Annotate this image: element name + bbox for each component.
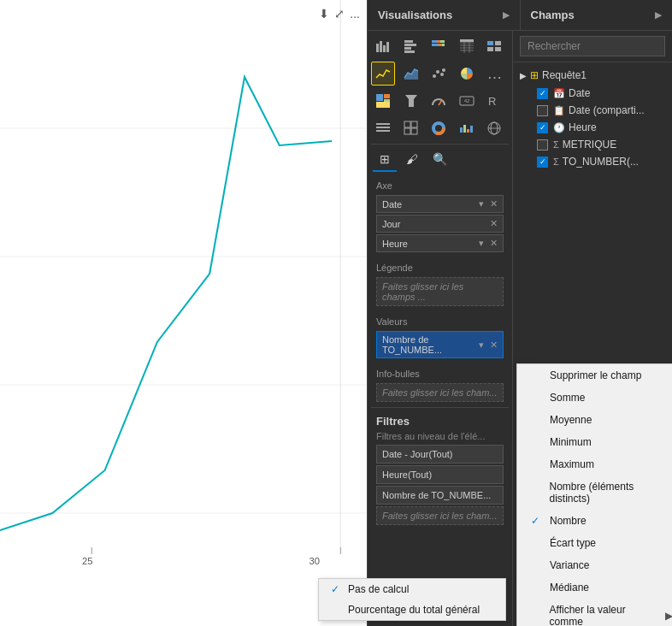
ctx-ecart-type[interactable]: ✓ Écart type bbox=[517, 532, 672, 554]
ctx-mediane[interactable]: ✓ Médiane bbox=[517, 576, 672, 599]
champs-label-heure: Heure bbox=[569, 121, 597, 133]
vis-waterfall[interactable] bbox=[455, 116, 479, 140]
vis-100bar[interactable] bbox=[427, 34, 451, 58]
vis-r-script[interactable]: R bbox=[482, 89, 506, 113]
filtre-date[interactable]: Date - Jour(Tout) bbox=[376, 445, 504, 464]
ctx-maximum[interactable]: ✓ Maximum bbox=[517, 453, 672, 475]
vis-more-2[interactable]: … bbox=[482, 62, 506, 86]
axe-date-field[interactable]: Date ▾ ✕ bbox=[376, 195, 504, 213]
champs-search-area bbox=[513, 31, 672, 62]
metrique-icon: Σ bbox=[553, 139, 559, 150]
afficher-valeur-arrow-icon: ▶ bbox=[665, 610, 672, 622]
more-icon[interactable]: ... bbox=[350, 7, 360, 21]
ctx-nombre[interactable]: ✓ Nombre bbox=[517, 510, 672, 532]
date-comparti-icon: 📋 bbox=[553, 105, 565, 116]
valeurs-chevron-icon: ▾ bbox=[479, 340, 484, 351]
svg-rect-20 bbox=[432, 44, 439, 46]
champs-item-heure[interactable]: 🕐 Heure bbox=[513, 119, 672, 136]
vis-stacked-col[interactable] bbox=[371, 34, 395, 58]
small-dropdown: ✓ Pas de calcul ✓ Pourcentage du total g… bbox=[318, 578, 506, 621]
svg-rect-40 bbox=[384, 94, 390, 98]
champs-checkbox-metrique[interactable] bbox=[537, 139, 548, 151]
vis-more-1[interactable] bbox=[482, 34, 506, 58]
champs-checkbox-date[interactable] bbox=[537, 88, 548, 99]
valeurs-field[interactable]: Nombre de TO_NUMBE... ▾ ✕ bbox=[376, 331, 504, 358]
filtres-title: Filtres bbox=[376, 411, 504, 431]
svg-rect-10 bbox=[380, 41, 382, 52]
champs-group-header[interactable]: ▶ ⊞ Requête1 bbox=[513, 66, 672, 85]
tab-champs[interactable]: Champs ▶ bbox=[521, 0, 673, 30]
vis-stacked-bar2[interactable] bbox=[399, 34, 423, 58]
vis-gauge[interactable] bbox=[427, 89, 451, 113]
axe-label: Axe bbox=[376, 179, 504, 192]
ctx-afficher-valeur[interactable]: ✓ Afficher la valeur comme ▶ bbox=[517, 599, 672, 626]
champs-checkbox-tonumber[interactable] bbox=[537, 156, 548, 168]
champs-checkbox-date-comparti[interactable] bbox=[537, 105, 548, 116]
tab-fields-icon[interactable]: ⊞ bbox=[373, 148, 397, 172]
svg-rect-60 bbox=[470, 126, 473, 133]
vis-table[interactable] bbox=[455, 34, 479, 58]
date-close-icon[interactable]: ✕ bbox=[490, 198, 498, 210]
tab-format-icon[interactable]: 🖌 bbox=[400, 148, 424, 172]
champs-item-date[interactable]: 📅 Date bbox=[513, 85, 672, 102]
vis-area-chart[interactable] bbox=[399, 62, 423, 86]
ctx-moyenne[interactable]: ✓ Moyenne bbox=[517, 409, 672, 431]
vis-icon-grid-2: … bbox=[371, 62, 509, 86]
svg-text:30: 30 bbox=[309, 556, 319, 566]
group-table-icon: ⊞ bbox=[530, 69, 539, 81]
svg-point-37 bbox=[440, 73, 444, 76]
ctx-variance[interactable]: ✓ Variance bbox=[517, 554, 672, 576]
axe-heure-field[interactable]: Heure ▾ ✕ bbox=[376, 234, 504, 252]
svg-rect-50 bbox=[376, 130, 390, 132]
vis-scatter[interactable] bbox=[427, 62, 451, 86]
svg-rect-19 bbox=[440, 40, 445, 43]
vis-treemap[interactable] bbox=[371, 89, 395, 113]
ctx-nombre-distincts[interactable]: ✓ Nombre (éléments distincts) bbox=[517, 475, 672, 510]
vis-card[interactable]: 42 bbox=[455, 89, 479, 113]
dropdown-pas-de-calcul[interactable]: ✓ Pas de calcul bbox=[319, 579, 505, 599]
heure-close-icon[interactable]: ✕ bbox=[490, 238, 498, 249]
legende-placeholder: Faites glisser ici les champs ... bbox=[376, 277, 504, 306]
champs-item-tonumber[interactable]: Σ TO_NUMBER(... bbox=[513, 153, 672, 170]
valeurs-close-icon[interactable]: ✕ bbox=[490, 340, 498, 351]
vis-line-chart[interactable] bbox=[371, 62, 395, 86]
svg-rect-16 bbox=[404, 50, 415, 53]
svg-rect-58 bbox=[463, 125, 466, 133]
dropdown-pourcentage[interactable]: ✓ Pourcentage du total général bbox=[319, 599, 505, 620]
expand-icon[interactable]: ⤢ bbox=[334, 7, 345, 21]
vis-donut[interactable] bbox=[427, 116, 451, 140]
heure-icon: 🕐 bbox=[553, 122, 565, 133]
champs-search-input[interactable] bbox=[520, 36, 665, 56]
svg-rect-15 bbox=[404, 47, 411, 50]
champs-item-metrique[interactable]: Σ METRIQUE bbox=[513, 136, 672, 153]
ctx-somme[interactable]: ✓ Somme bbox=[517, 387, 672, 409]
context-menu: ✓ Supprimer le champ ✓ Somme ✓ Moyenne ✓… bbox=[516, 363, 672, 626]
jour-close-icon[interactable]: ✕ bbox=[490, 218, 498, 229]
ctx-minimum[interactable]: ✓ Minimum bbox=[517, 431, 672, 453]
legende-section: Légende Faites glisser ici les champs ..… bbox=[371, 257, 509, 311]
champs-item-date-comparti[interactable]: 📋 Date (comparti... bbox=[513, 102, 672, 119]
vis-icon-grid-1 bbox=[371, 34, 509, 58]
vis-globe[interactable] bbox=[482, 116, 506, 140]
svg-point-35 bbox=[433, 74, 436, 78]
champs-tree: ▶ ⊞ Requête1 📅 Date � bbox=[513, 62, 672, 174]
champs-checkbox-heure[interactable] bbox=[537, 122, 548, 133]
tab-analytics-icon[interactable]: 🔍 bbox=[427, 148, 451, 172]
ctx-supprimer[interactable]: ✓ Supprimer le champ bbox=[517, 364, 672, 387]
download-icon[interactable]: ⬇ bbox=[319, 7, 329, 21]
champs-label-tonumber: TO_NUMBER(... bbox=[563, 156, 639, 168]
champs-label-date-comparti: Date (comparti... bbox=[569, 104, 645, 116]
vis-slicer[interactable] bbox=[371, 116, 395, 140]
filtre-heure[interactable]: Heure(Tout) bbox=[376, 465, 504, 484]
tab-visualisations[interactable]: Visualisations ▶ bbox=[368, 0, 521, 30]
filtre-nombre[interactable]: Nombre de TO_NUMBE... bbox=[376, 486, 504, 505]
tonumber-icon: Σ bbox=[553, 156, 559, 167]
svg-rect-14 bbox=[404, 44, 416, 46]
vis-funnel[interactable] bbox=[399, 89, 423, 113]
svg-rect-21 bbox=[439, 44, 442, 46]
svg-rect-39 bbox=[376, 94, 383, 101]
vis-matrix[interactable] bbox=[399, 116, 423, 140]
infobulles-placeholder: Faites glisser ici les cham... bbox=[376, 383, 504, 402]
axe-jour-field[interactable]: Jour ✕ bbox=[376, 215, 504, 233]
vis-pie[interactable] bbox=[455, 62, 479, 86]
